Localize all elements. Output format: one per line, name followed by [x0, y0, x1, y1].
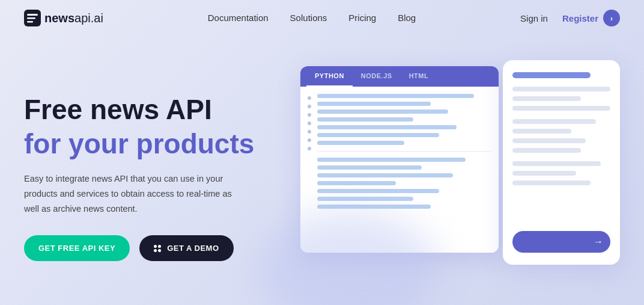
card-line-gray-short [512, 148, 581, 153]
tab-html[interactable]: HTML [401, 66, 437, 87]
card-line-gray [512, 129, 571, 134]
logo-icon [24, 10, 41, 26]
code-line [317, 133, 439, 137]
hero-buttons: GET FREE API KEY GET A DEMO [24, 235, 264, 261]
nav-right: Sign in Register › [520, 10, 620, 26]
logo[interactable]: newsapi.ai [24, 10, 103, 26]
card-line-gray-short [512, 96, 581, 101]
get-demo-button[interactable]: GET A DEMO [139, 235, 233, 261]
sign-in-link[interactable]: Sign in [520, 13, 548, 23]
navbar: newsapi.ai Documentation Solutions Prici… [0, 0, 644, 36]
nav-solutions[interactable]: Solutions [290, 13, 327, 23]
register-link[interactable]: Register › [562, 10, 620, 26]
svg-rect-2 [27, 17, 35, 19]
svg-rect-3 [27, 21, 33, 23]
code-dot [308, 113, 311, 117]
code-dot [308, 105, 311, 108]
nav-documentation[interactable]: Documentation [208, 13, 269, 23]
card-line-gray [512, 119, 596, 124]
card-action-button[interactable]: → [512, 231, 610, 253]
demo-dots-icon [154, 245, 161, 252]
code-line [317, 205, 431, 209]
hero-title-line1: Free news API [24, 94, 264, 126]
tab-python[interactable]: PYTHON [306, 66, 353, 87]
logo-text: newsapi.ai [44, 11, 103, 25]
code-line [317, 165, 422, 170]
code-tabs: PYTHON NODE.JS HTML [300, 66, 499, 87]
nav-pricing[interactable]: Pricing [348, 13, 376, 23]
code-dot [308, 130, 311, 134]
hero-illustration: PYTHON NODE.JS HTML [288, 54, 620, 295]
card-line-gray [512, 138, 586, 143]
nav-blog[interactable]: Blog [398, 13, 416, 23]
card-line-gray [512, 180, 591, 185]
svg-rect-1 [27, 14, 38, 16]
card-panel: → [503, 60, 620, 265]
code-line [317, 181, 396, 185]
card-line-gray [512, 106, 610, 111]
code-divider [317, 151, 491, 152]
code-line [317, 94, 474, 98]
code-dot [308, 147, 311, 150]
card-line-gray [512, 171, 576, 176]
code-line [317, 102, 431, 106]
hero-description: Easy to integrate news API that you can … [24, 171, 240, 216]
card-group-3 [512, 161, 610, 185]
hero-section: Free news API for your products Easy to … [0, 36, 644, 295]
code-line [317, 141, 404, 145]
code-line [317, 125, 457, 129]
nav-links: Documentation Solutions Pricing Blog [208, 13, 416, 23]
code-dot [308, 138, 311, 142]
card-group-1 [512, 87, 610, 111]
code-line [317, 109, 448, 114]
get-free-api-key-button[interactable]: GET FREE API KEY [24, 235, 130, 261]
code-line [317, 173, 453, 177]
card-line-gray [512, 87, 610, 91]
code-line [317, 158, 466, 162]
code-line [317, 189, 439, 193]
code-dot [308, 122, 311, 125]
card-arrow-icon: → [594, 236, 603, 247]
card-line-blue [512, 72, 591, 78]
hero-left: Free news API for your products Easy to … [24, 88, 264, 262]
card-group-2 [512, 119, 610, 153]
code-line [317, 117, 413, 122]
card-line-gray [512, 161, 601, 166]
register-arrow-icon: › [603, 10, 620, 26]
register-label: Register [562, 13, 598, 23]
hero-title-line2: for your products [24, 128, 264, 160]
tab-nodejs[interactable]: NODE.JS [353, 66, 401, 87]
code-line [317, 197, 413, 201]
code-dot [308, 96, 311, 100]
